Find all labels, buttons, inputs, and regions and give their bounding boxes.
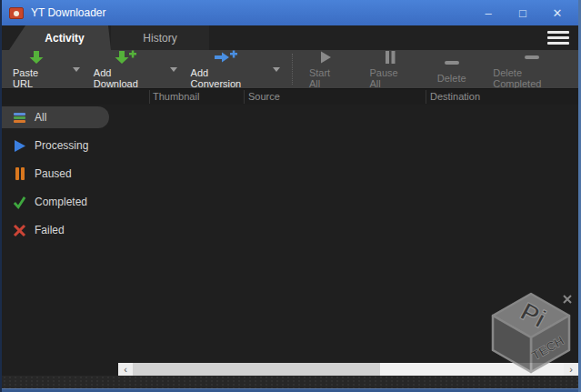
title-bar: YT Downloader – □ ✕ (2, 0, 578, 25)
pause-icon (384, 50, 396, 65)
scroll-left-icon[interactable]: ‹ (118, 363, 133, 376)
paste-url-dropdown-icon[interactable] (67, 62, 86, 76)
pause-all-label: Pause All (369, 67, 410, 89)
tab-bar: Activity History (2, 25, 578, 50)
add-conversion-dropdown-icon[interactable] (267, 62, 286, 76)
sidebar-item-failed[interactable]: Failed (2, 219, 120, 241)
scrollbar-thumb[interactable] (133, 363, 380, 376)
status-strip (2, 376, 578, 388)
completed-check-icon (13, 196, 26, 209)
scroll-right-icon[interactable]: › (564, 363, 578, 376)
filter-sidebar: All Processing Paused Completed (2, 106, 120, 247)
delete-completed-label: Delete Completed (493, 67, 571, 89)
window-title: YT Downloader (31, 6, 106, 19)
column-header-thumbnail[interactable]: Thumbnail (153, 91, 199, 102)
close-button[interactable]: ✕ (544, 3, 571, 23)
delete-completed-button[interactable]: Delete Completed (486, 51, 578, 87)
sidebar-item-processing[interactable]: Processing (2, 135, 120, 156)
toolbar-separator (292, 54, 293, 85)
sidebar-item-all[interactable]: All (2, 106, 109, 128)
hamburger-menu-icon[interactable] (547, 31, 569, 47)
delete-label: Delete (437, 73, 466, 84)
tab-history[interactable]: History (111, 25, 209, 50)
add-conversion-group: Add Conversion (184, 51, 286, 87)
horizontal-scrollbar[interactable]: ‹ › (118, 363, 578, 376)
delete-button[interactable]: Delete (430, 51, 474, 87)
play-icon (318, 50, 333, 65)
processing-play-icon (13, 139, 26, 153)
pause-all-button[interactable]: Pause All (362, 51, 417, 87)
add-download-dropdown-icon[interactable] (164, 62, 183, 76)
add-download-button[interactable]: Add Download (86, 51, 164, 87)
start-all-button[interactable]: Start All (302, 51, 350, 87)
paste-url-button[interactable]: Paste URL (5, 51, 67, 87)
app-tv-icon (9, 7, 24, 19)
add-conversion-label: Add Conversion (191, 67, 260, 89)
minus-icon (443, 55, 461, 70)
paused-pause-icon (13, 167, 26, 181)
sidebar-failed-label: Failed (35, 224, 65, 236)
start-all-label: Start All (309, 67, 343, 89)
download-list-area: All Processing Paused Completed (2, 105, 578, 363)
sidebar-completed-label: Completed (35, 196, 87, 208)
sidebar-all-label: All (35, 111, 46, 124)
download-arrow-icon (28, 50, 45, 65)
add-download-label: Add Download (94, 67, 156, 89)
column-divider (244, 90, 245, 104)
minimize-button[interactable]: – (475, 3, 502, 23)
paste-url-group: Paste URL (5, 51, 86, 87)
toolbar: Paste URL Add Download (2, 50, 578, 88)
column-divider (426, 90, 426, 104)
add-conversion-button[interactable]: Add Conversion (184, 51, 267, 87)
download-plus-icon (115, 50, 136, 65)
column-header-source[interactable]: Source (248, 91, 280, 102)
app-window: YT Downloader – □ ✕ Activity History Pas… (0, 0, 581, 392)
all-list-icon (13, 111, 26, 125)
paste-url-label: Paste URL (13, 67, 60, 89)
sidebar-paused-label: Paused (35, 167, 72, 180)
list-header-row: Thumbnail Source Destination (2, 88, 578, 105)
scrollbar-track[interactable] (380, 363, 564, 376)
add-download-group: Add Download (86, 51, 184, 87)
window-controls: – □ ✕ (475, 3, 571, 23)
maximize-button[interactable]: □ (509, 3, 536, 23)
window-bottom-border (2, 388, 578, 392)
column-divider (149, 90, 150, 104)
minus-icon (523, 50, 541, 65)
convert-arrow-plus-icon (214, 50, 237, 65)
sidebar-item-paused[interactable]: Paused (2, 163, 120, 185)
sidebar-processing-label: Processing (35, 139, 88, 152)
failed-x-icon (13, 224, 26, 237)
column-header-destination[interactable]: Destination (430, 91, 480, 102)
tab-activity[interactable]: Activity (9, 25, 111, 50)
sidebar-item-completed[interactable]: Completed (2, 191, 120, 213)
